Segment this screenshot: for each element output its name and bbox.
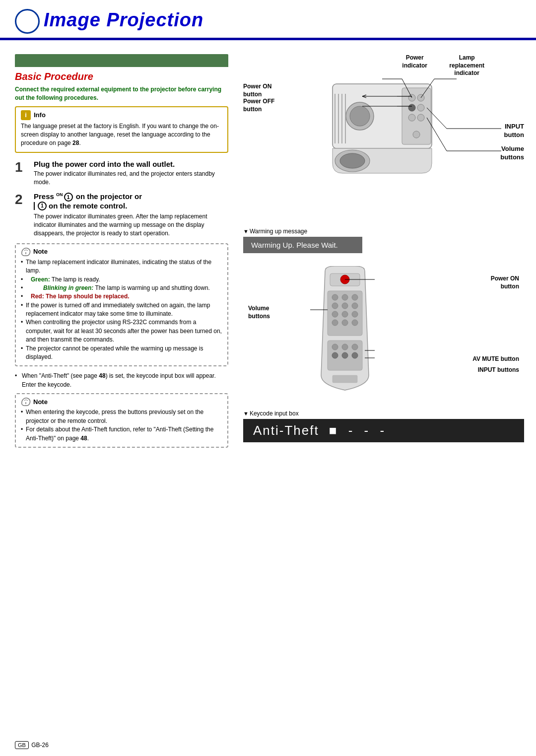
- svg-point-46: [342, 320, 348, 326]
- step-2-content: Press ON1 on the projector or 1 on the r…: [34, 192, 228, 238]
- info-box: i Info The language preset at the factor…: [15, 106, 228, 153]
- note-1-item-7: The projector cannot be operated while t…: [21, 344, 222, 362]
- note-icon-2: [21, 397, 31, 406]
- svg-point-49: [332, 344, 338, 350]
- info-icon: i: [21, 110, 31, 120]
- svg-rect-55: [333, 375, 357, 383]
- projector-diagram-area: Lampreplacementindicator Powerindicator: [243, 54, 524, 218]
- right-column: Lampreplacementindicator Powerindicator: [238, 54, 524, 453]
- note-icon: [21, 247, 31, 256]
- svg-point-18: [340, 153, 365, 168]
- note-1-item-3: Blinking in green: The lamp is warming u…: [21, 284, 222, 292]
- warming-message-box: Warming Up. Please Wait.: [243, 237, 362, 253]
- remote-label-av-mute: AV MUTE button: [472, 355, 519, 363]
- remote-label-input-btns: INPUT buttons: [478, 366, 519, 374]
- warming-section: Warming up message Warming Up. Please Wa…: [243, 228, 524, 253]
- remote-label-volume: Volumebuttons: [248, 305, 270, 320]
- step-2-heading: Press ON1 on the projector or 1 on the r…: [34, 192, 228, 211]
- page-footer: GB GB-26: [15, 741, 49, 749]
- svg-point-51: [352, 344, 358, 350]
- note-1-item-4: Red: The lamp should be replaced.: [21, 292, 222, 301]
- page-header: Image Projection: [0, 0, 536, 39]
- note-box-1-title: Note: [21, 247, 222, 256]
- step-1-content: Plug the power cord into the wall outlet…: [34, 160, 228, 187]
- svg-point-44: [352, 311, 358, 317]
- svg-point-11: [346, 102, 374, 130]
- step-1-body: The power indicator illuminates red, and…: [34, 170, 228, 187]
- svg-rect-3: [402, 88, 431, 144]
- svg-line-29: [427, 108, 447, 129]
- svg-point-8: [408, 114, 415, 121]
- svg-rect-2: [333, 84, 432, 148]
- svg-line-21: [362, 95, 366, 96]
- info-box-title: i Info: [21, 110, 222, 120]
- page-number: GB-26: [31, 742, 49, 749]
- remote-label-power-on: Power ONbutton: [491, 275, 519, 290]
- left-column: Basic Procedure Connect the required ext…: [15, 54, 228, 453]
- step-2: 2 Press ON1 on the projector or 1 on the…: [15, 192, 228, 238]
- title-circle-decoration: [15, 9, 40, 34]
- main-content: Basic Procedure Connect the required ext…: [0, 46, 536, 461]
- step-1-heading: Plug the power cord into the wall outlet…: [34, 160, 228, 168]
- svg-point-38: [352, 294, 358, 300]
- header-rule: [0, 39, 536, 40]
- svg-line-27: [402, 79, 412, 98]
- on-button-circle: 1: [64, 193, 73, 202]
- diagram-arrows: [243, 54, 524, 218]
- note-box-2-title: Note: [21, 397, 222, 406]
- keycode-label: Anti-Theft: [253, 423, 319, 438]
- svg-point-7: [417, 104, 424, 111]
- section-title: Basic Procedure: [15, 71, 228, 82]
- keycode-section: Keycode input box Anti-Theft ■ - - -: [243, 410, 524, 442]
- footer-badge: GB: [15, 741, 29, 749]
- note-1-item-2: Green: The lamp is ready.: [21, 275, 222, 284]
- label-input-btn: INPUTbutton: [504, 123, 524, 139]
- note-box-2: Note When entering the keycode, press th…: [15, 393, 228, 448]
- svg-point-45: [332, 320, 338, 326]
- svg-line-25: [421, 79, 434, 98]
- svg-point-52: [332, 352, 338, 358]
- svg-point-47: [352, 320, 358, 326]
- svg-point-43: [342, 311, 348, 317]
- remote-diagram-area: Power ONbutton Volumebuttons AV MUTE but…: [243, 261, 524, 405]
- page-title: Image Projection: [15, 9, 521, 38]
- label-power-off-btn: Power OFFbutton: [243, 98, 274, 113]
- svg-point-54: [352, 352, 358, 358]
- note-1-item-5: If the power is turned off and immediate…: [21, 301, 222, 319]
- svg-point-39: [332, 303, 338, 309]
- remote-svg: [283, 266, 407, 395]
- svg-point-36: [332, 294, 338, 300]
- svg-point-9: [417, 114, 424, 121]
- keycode-dashes: ■ - - -: [329, 423, 388, 438]
- note-2-item-1: When entering the keycode, press the but…: [21, 408, 222, 425]
- section-subtitle: Connect the required external equipment …: [15, 85, 228, 102]
- svg-point-50: [342, 344, 348, 350]
- svg-point-41: [352, 303, 358, 309]
- svg-point-40: [342, 303, 348, 309]
- step-1: 1 Plug the power cord into the wall outl…: [15, 160, 228, 187]
- svg-point-17: [335, 150, 370, 172]
- svg-line-22: [362, 96, 366, 98]
- section-green-bar: [15, 54, 228, 67]
- info-box-text: The language preset at the factory is En…: [21, 122, 222, 148]
- keycode-display-box: Anti-Theft ■ - - -: [243, 419, 524, 442]
- label-lamp-replacement: Lampreplacementindicator: [449, 54, 484, 77]
- svg-point-53: [342, 352, 348, 358]
- svg-point-10: [413, 131, 420, 138]
- note-box-1: Note The lamp replacement indicator illu…: [15, 243, 228, 367]
- svg-point-37: [342, 294, 348, 300]
- note-1-item-6: When controlling the projector using RS-…: [21, 318, 222, 344]
- svg-point-42: [332, 311, 338, 317]
- remote-on-circle: 1: [38, 202, 47, 210]
- label-power-indicator: Powerindicator: [402, 54, 427, 69]
- label-volume-btns: Volumebuttons: [500, 145, 524, 162]
- svg-point-12: [350, 106, 370, 126]
- svg-point-4: [408, 94, 415, 101]
- svg-line-31: [427, 118, 447, 151]
- label-power-on-btn: Power ONbutton: [243, 83, 271, 98]
- svg-point-5: [417, 94, 424, 101]
- svg-point-6: [408, 104, 415, 111]
- step-2-body: The power indicator illuminates green. A…: [34, 212, 228, 238]
- anti-theft-note-text: • When "Anti-Theft" (see page 48) is set…: [15, 371, 228, 389]
- note-2-item-2: For details about the Anti-Theft functio…: [21, 425, 222, 443]
